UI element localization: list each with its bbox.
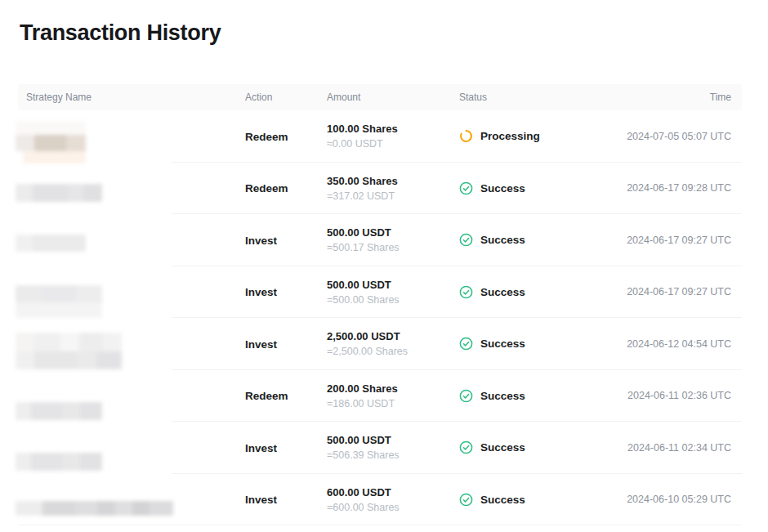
strategy-name-cell: [18, 214, 245, 266]
action-label: Redeem: [245, 131, 288, 143]
column-header-amount: Amount: [327, 92, 459, 103]
page-title: Transaction History: [20, 20, 221, 46]
time-cell: 2024-06-11 02:34 UTC: [621, 442, 742, 454]
action-label: Invest: [245, 494, 277, 506]
action-cell: Invest: [245, 492, 327, 507]
processing-spinner-icon: [459, 129, 473, 143]
status-label: Success: [480, 234, 525, 246]
strategy-name-cell: [18, 318, 245, 370]
amount-secondary: =186.00 USDT: [327, 398, 459, 409]
success-check-icon: [459, 493, 473, 507]
amount-primary: 500.00 USDT: [327, 226, 459, 239]
status-cell: Processing: [459, 129, 621, 143]
amount-cell: 100.00 Shares ≈0.00 USDT: [327, 123, 459, 150]
action-label: Invest: [245, 286, 277, 298]
status-label: Success: [480, 390, 525, 402]
success-check-icon: [459, 440, 473, 454]
strategy-name-cell: [18, 370, 245, 422]
time-cell: 2024-06-17 09:27 UTC: [621, 286, 742, 297]
action-label: Invest: [245, 235, 277, 247]
table-row: Invest 500.00 USDT =500.17 Shares Succes…: [18, 214, 742, 266]
action-label: Invest: [245, 338, 277, 351]
time-cell: 2024-06-17 09:28 UTC: [621, 182, 742, 194]
table-row: Invest 600.00 USDT =600.00 Shares Succes…: [18, 474, 742, 526]
strategy-name-cell: [18, 110, 245, 163]
status-label: Success: [480, 286, 525, 298]
time-cell: 2024-06-17 09:27 UTC: [621, 235, 742, 246]
redacted-strategy-name: [16, 402, 102, 420]
action-cell: Invest: [245, 233, 327, 248]
amount-primary: 350.00 Shares: [327, 175, 459, 187]
success-check-icon: [459, 233, 473, 247]
amount-cell: 500.00 USDT =500.17 Shares: [327, 226, 459, 253]
column-header-strategy-name: Strategy Name: [18, 92, 245, 103]
amount-cell: 2,500.00 USDT =2,500.00 Shares: [327, 330, 459, 357]
column-header-time: Time: [621, 92, 742, 103]
transaction-history-table: Strategy Name Action Amount Status Time …: [18, 84, 742, 525]
status-cell: Success: [459, 337, 621, 351]
amount-primary: 2,500.00 USDT: [327, 330, 459, 342]
amount-secondary: =2,500.00 Shares: [327, 346, 459, 357]
status-cell: Success: [459, 233, 621, 247]
time-cell: 2024-06-12 04:54 UTC: [621, 338, 742, 350]
time-cell: 2024-06-10 05:29 UTC: [621, 494, 742, 505]
status-label: Processing: [480, 130, 540, 142]
table-body: Redeem 100.00 Shares ≈0.00 USDT Processi…: [18, 110, 742, 525]
action-cell: Redeem: [245, 129, 327, 144]
action-cell: Invest: [245, 284, 327, 299]
redacted-strategy-name: [16, 333, 122, 369]
redacted-strategy-name: [16, 453, 102, 471]
redacted-strategy-name: [16, 121, 86, 163]
status-label: Success: [480, 338, 525, 350]
amount-secondary: =317.02 USDT: [327, 190, 459, 202]
table-row: Invest 500.00 USDT =500.00 Shares Succes…: [18, 266, 742, 319]
amount-cell: 350.00 Shares =317.02 USDT: [327, 175, 459, 202]
amount-primary: 200.00 Shares: [327, 382, 459, 395]
success-check-icon: [459, 285, 473, 299]
status-cell: Success: [459, 181, 621, 195]
table-header-row: Strategy Name Action Amount Status Time: [18, 84, 742, 110]
action-label: Invest: [245, 442, 277, 454]
amount-secondary: =506.39 Shares: [327, 449, 459, 461]
table-row: Redeem 350.00 Shares =317.02 USDT Succes…: [18, 163, 742, 215]
column-header-action: Action: [245, 92, 327, 103]
amount-primary: 500.00 USDT: [327, 434, 459, 446]
action-cell: Redeem: [245, 181, 327, 195]
table-row: Invest 2,500.00 USDT =2,500.00 Shares Su…: [18, 318, 742, 370]
amount-cell: 500.00 USDT =500.00 Shares: [327, 279, 459, 306]
action-label: Redeem: [245, 390, 288, 402]
amount-primary: 100.00 Shares: [327, 123, 459, 135]
time-cell: 2024-06-11 02:36 UTC: [621, 390, 742, 401]
status-label: Success: [480, 182, 525, 194]
amount-cell: 600.00 USDT =600.00 Shares: [327, 486, 459, 513]
strategy-name-cell: [18, 422, 245, 474]
redacted-strategy-name: [16, 285, 102, 318]
amount-cell: 200.00 Shares =186.00 USDT: [327, 382, 459, 409]
amount-primary: 600.00 USDT: [327, 486, 459, 498]
amount-cell: 500.00 USDT =506.39 Shares: [327, 434, 459, 461]
amount-primary: 500.00 USDT: [327, 279, 459, 291]
status-cell: Success: [459, 389, 621, 403]
action-label: Redeem: [245, 182, 288, 194]
status-cell: Success: [459, 440, 621, 454]
table-row: Redeem 200.00 Shares =186.00 USDT Succes…: [18, 370, 742, 422]
action-cell: Invest: [245, 337, 327, 351]
table-row: Redeem 100.00 Shares ≈0.00 USDT Processi…: [18, 110, 742, 163]
success-check-icon: [459, 389, 473, 403]
column-header-status: Status: [459, 92, 621, 103]
amount-secondary: =500.17 Shares: [327, 242, 459, 253]
strategy-name-cell: [18, 163, 245, 215]
action-cell: Redeem: [245, 388, 327, 403]
time-cell: 2024-07-05 05:07 UTC: [621, 131, 742, 142]
status-cell: Success: [459, 493, 621, 507]
table-row: Invest 500.00 USDT =506.39 Shares Succes…: [18, 422, 742, 474]
strategy-name-cell: [18, 474, 245, 526]
redacted-strategy-name: [16, 184, 102, 202]
amount-secondary: ≈0.00 USDT: [327, 138, 459, 150]
redacted-strategy-name: [16, 235, 86, 252]
success-check-icon: [459, 181, 473, 195]
strategy-name-cell: [18, 266, 245, 319]
action-cell: Invest: [245, 440, 327, 455]
status-cell: Success: [459, 285, 621, 299]
success-check-icon: [459, 337, 473, 351]
